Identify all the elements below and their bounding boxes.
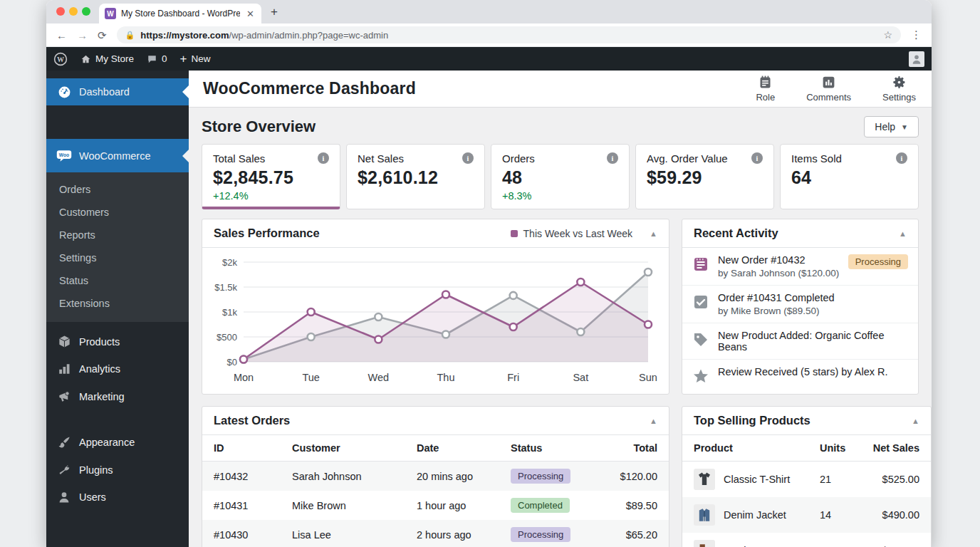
maximize-window-button[interactable] [82,7,90,16]
info-icon[interactable]: i [318,152,329,164]
stat-card-net-sales[interactable]: Net Salesi $2,610.12 [346,144,485,209]
stat-cards: Total Salesi $2,845.75 +12.4% Net Salesi… [202,144,919,209]
help-button[interactable]: Help ▼ [864,116,919,137]
comments-chart-icon [821,75,836,90]
sidebar-item-dashboard[interactable]: Dashboard [46,78,189,105]
browser-menu-icon[interactable]: ⋮ [911,28,922,41]
header-action-settings[interactable]: Settings [882,75,916,103]
sidebar-item-analytics[interactable]: Analytics [46,355,189,382]
browser-tab[interactable]: W My Store Dashboard - WordPres ✕ [99,4,261,24]
active-notch [182,85,189,98]
top-selling-products-panel: Top Selling Products ▲ Product Units Net… [682,406,932,547]
sales-performance-panel: Sales Performance This Week vs Last Week… [202,219,669,395]
wordpress-favicon-icon: W [105,8,116,19]
svg-text:$2k: $2k [222,257,237,268]
table-row[interactable]: #10431 Mike Brown 1 hour ago Completed $… [202,491,669,520]
collapse-icon[interactable]: ▲ [899,229,907,238]
chevron-down-icon: ▼ [901,123,908,131]
sidebar-item-label: Plugins [79,464,113,476]
refresh-icon[interactable]: ⟳ [98,30,107,41]
stat-card-avg-order-value[interactable]: Avg. Order Valuei $59.29 [635,144,774,209]
dashboard-gauge-icon [56,85,72,99]
woocommerce-icon: Woo [56,148,72,164]
wp-sidebar: Dashboard Woo WooCommerce Orders Custome… [46,71,189,547]
page-title: WooCommerce Dashboard [203,79,416,98]
site-name-menu[interactable]: My Store [80,53,134,64]
product-image-tshirt [694,469,715,490]
submenu-item-reports[interactable]: Reports [46,224,189,246]
info-icon[interactable]: i [607,152,618,164]
new-content-menu[interactable]: + New [180,53,211,64]
activity-item[interactable]: Order #10431 Completed by Mike Brown ($8… [682,286,918,323]
activity-item[interactable]: New Product Added: Organic Coffee Beans [682,323,918,360]
chart-legend: This Week vs Last Week [511,228,633,239]
submenu-item-status[interactable]: Status [46,269,189,292]
close-window-button[interactable] [56,7,65,16]
delta-up: +8.3% [502,190,618,202]
table-row[interactable]: #10430 Lisa Lee 2 hours ago Processing $… [202,520,669,547]
panel-title: Recent Activity [694,226,778,240]
submenu-item-settings[interactable]: Settings [46,246,189,269]
info-icon[interactable]: i [462,152,474,164]
collapse-icon[interactable]: ▲ [912,417,919,425]
stat-card-orders[interactable]: Ordersi 48 +8.3% [491,144,630,209]
status-badge: Completed [511,498,570,513]
collapse-icon[interactable]: ▲ [650,417,657,425]
table-row[interactable]: Denim Jacket 14 $490.00 [682,497,931,533]
active-notch [182,150,189,162]
info-icon[interactable]: i [896,152,907,164]
sidebar-item-products[interactable]: Products [46,328,189,355]
activity-item[interactable]: New Order #10432 by Sarah Johnson ($120.… [682,248,918,286]
sales-chart-container: $0$500$1k$1.5k$2kMonTueWedThuFriSatSun [202,248,669,393]
back-icon[interactable]: ← [56,30,67,41]
submenu-item-orders[interactable]: Orders [46,178,189,201]
tab-close-icon[interactable]: ✕ [245,9,256,19]
sidebar-item-appearance[interactable]: Appearance [46,428,189,456]
svg-text:Sun: Sun [639,372,657,383]
collapse-icon[interactable]: ▲ [650,229,657,238]
header-action-comments[interactable]: Comments [806,75,851,103]
address-bar[interactable]: 🔒 https://mystore.com/wp-admin/admin.php… [117,26,901,43]
sidebar-item-woocommerce[interactable]: Woo WooCommerce [46,139,189,172]
wp-admin-bar: W My Store 0 + New [46,47,932,71]
submenu-item-customers[interactable]: Customers [46,201,189,224]
submenu-item-extensions[interactable]: Extensions [46,292,189,315]
sidebar-item-users[interactable]: Users [46,484,189,511]
bookmark-star-icon[interactable]: ☆ [883,29,892,41]
lock-icon: 🔒 [125,31,135,40]
browser-window: W My Store Dashboard - WordPres ✕ + ← → … [46,0,932,547]
plus-icon: + [180,54,187,64]
admin-content: WooCommerce Dashboard Role Comments Sett… [189,71,932,547]
table-row[interactable]: Classic T-Shirt 21 $525.00 [682,462,931,498]
megaphone-icon [56,390,72,403]
sidebar-item-label: Analytics [79,363,120,375]
user-avatar[interactable] [909,51,924,67]
svg-text:Sat: Sat [573,372,588,383]
tab-strip: W My Store Dashboard - WordPres ✕ + [46,0,932,24]
sidebar-item-marketing[interactable]: Marketing [46,382,189,410]
info-icon[interactable]: i [751,152,763,164]
product-image-boots [694,540,715,547]
sidebar-item-label: Products [79,336,120,348]
new-tab-button[interactable]: + [271,5,278,19]
header-action-role[interactable]: Role [756,75,775,103]
forward-icon[interactable]: → [77,30,88,41]
sidebar-item-plugins[interactable]: Plugins [46,456,189,484]
product-image-jacket [694,504,715,526]
stat-card-total-sales[interactable]: Total Salesi $2,845.75 +12.4% [202,144,340,209]
check-icon [692,293,709,313]
minimize-window-button[interactable] [69,7,78,16]
status-badge: Processing [848,254,908,269]
activity-item[interactable]: Review Received (5 stars) by Alex R. [682,360,918,394]
wp-logo-icon[interactable]: W [53,52,68,66]
svg-text:Wed: Wed [368,372,390,383]
analytics-bars-icon [56,363,72,375]
comments-menu[interactable]: 0 [147,53,167,64]
panel-title: Latest Orders [214,414,290,427]
svg-text:Thu: Thu [437,372,455,383]
table-row[interactable]: Leather Boots 9 $315.00 [682,533,931,547]
svg-text:$1.5k: $1.5k [214,282,237,293]
delta-up: +12.4% [213,190,329,202]
table-row[interactable]: #10432 Sarah Johnson 20 mins ago Process… [202,462,669,491]
stat-card-items-sold[interactable]: Items Soldi 64 [780,144,919,209]
